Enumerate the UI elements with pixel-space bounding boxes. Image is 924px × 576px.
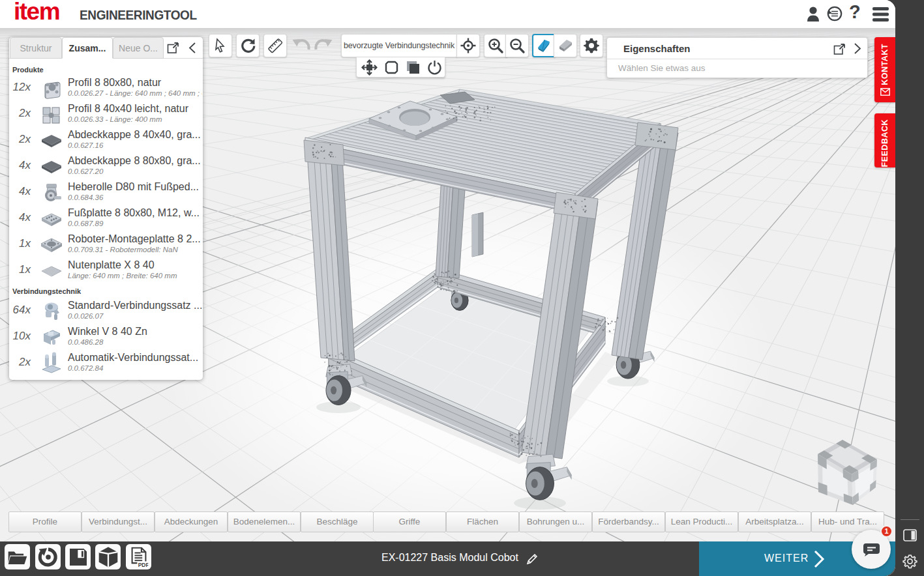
svg-text:PDF: PDF (138, 561, 148, 567)
